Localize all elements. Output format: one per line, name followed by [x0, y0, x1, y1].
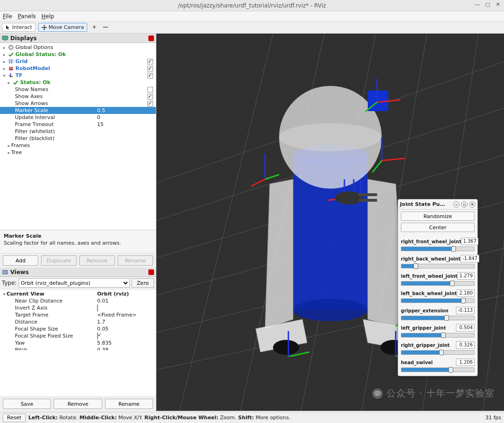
- svg-point-27: [279, 123, 382, 151]
- tree-item-global-status[interactable]: ▸Global Status: Ok: [0, 51, 156, 58]
- tree-item-frames[interactable]: ▸Frames: [0, 142, 156, 149]
- zero-button[interactable]: Zero: [132, 278, 154, 288]
- joint-right_gripper_joint: right_gripper_joint0.326: [401, 341, 475, 355]
- current-view-row[interactable]: ▾Current ViewOrbit (rviz): [0, 290, 156, 297]
- move-camera-button[interactable]: Move Camera: [38, 23, 87, 32]
- interact-button[interactable]: Interact: [2, 23, 35, 32]
- joint-slider[interactable]: [401, 298, 475, 303]
- show-names-checkbox[interactable]: [147, 87, 153, 92]
- menu-panels[interactable]: Panels: [18, 13, 36, 20]
- tree-item-robotmodel[interactable]: ▸RobotModel: [0, 65, 156, 72]
- jsp-maximize-button[interactable]: ▫: [461, 201, 468, 208]
- joint-value-input[interactable]: 0.326: [456, 341, 475, 349]
- remove-display-button: Remove: [79, 255, 115, 266]
- view-type-select[interactable]: Orbit (rviz_default_plugins): [19, 278, 130, 288]
- rename-display-button: Rename: [118, 255, 153, 266]
- show-arrows-checkbox[interactable]: [147, 101, 153, 106]
- menu-help[interactable]: Help: [42, 13, 54, 20]
- tree-item-frame-timeout[interactable]: Frame Timeout15: [0, 121, 156, 128]
- jsp-close-button[interactable]: ✕: [469, 201, 476, 208]
- joint-value-input[interactable]: 1.206: [456, 359, 475, 366]
- rename-view-button[interactable]: Rename: [105, 399, 153, 409]
- jsp-titlebar[interactable]: Joint State Pu… – ▫ ✕: [398, 199, 477, 210]
- view-yaw[interactable]: Yaw5.835: [0, 339, 156, 346]
- svg-rect-59: [358, 193, 377, 196]
- tree-item-update-interval[interactable]: Update Interval0: [0, 114, 156, 121]
- joint-value-input[interactable]: 0.504: [456, 324, 475, 331]
- cursor-icon: [5, 25, 11, 30]
- svg-point-3: [10, 47, 12, 49]
- tree-item-tf[interactable]: ▾TF: [0, 72, 156, 79]
- joint-value-input[interactable]: -1.847: [461, 255, 479, 262]
- svg-rect-0: [2, 36, 8, 40]
- joint-slider[interactable]: [401, 350, 475, 355]
- svg-point-6: [11, 68, 12, 69]
- svg-line-37: [265, 175, 279, 179]
- jsp-minimize-button[interactable]: –: [453, 201, 460, 208]
- tree-item-tf-status[interactable]: ▸Status: Ok: [0, 79, 156, 86]
- remove-view-button[interactable]: Remove: [54, 399, 102, 409]
- tree-item-marker-scale[interactable]: Marker Scale0.5: [0, 107, 156, 114]
- joint-value-input[interactable]: 1.279: [457, 272, 475, 280]
- type-label: Type:: [2, 280, 17, 286]
- tree-item-show-axes[interactable]: Show Axes: [0, 93, 156, 100]
- save-view-button[interactable]: Save: [3, 399, 51, 409]
- robotmodel-checkbox[interactable]: [147, 66, 153, 71]
- joint-state-publisher-window[interactable]: Joint State Pu… – ▫ ✕ Randomize Center r…: [398, 199, 478, 376]
- joint-label: head_swivel: [401, 360, 433, 365]
- joint-slider[interactable]: [401, 316, 475, 320]
- main-toolbar: Interact Move Camera + —: [0, 21, 504, 34]
- toolbar-remove-button[interactable]: —: [101, 23, 110, 32]
- joint-slider[interactable]: [401, 367, 475, 372]
- invert-z-checkbox[interactable]: [97, 304, 98, 311]
- toolbar-add-button[interactable]: +: [90, 23, 98, 32]
- joint-left_gripper_joint: left_gripper_joint0.504: [401, 324, 475, 338]
- minimize-button[interactable]: —: [474, 1, 481, 8]
- svg-rect-10: [3, 270, 7, 274]
- displays-panel-header[interactable]: Displays: [0, 34, 156, 43]
- joint-slider[interactable]: [401, 333, 475, 338]
- view-distance[interactable]: Distance1.7: [0, 318, 156, 325]
- show-axes-checkbox[interactable]: [147, 94, 153, 99]
- 3d-viewport[interactable]: 💬 公众号 · 十年一梦实验室 Joint State Pu… – ▫ ✕ Ra…: [156, 34, 504, 411]
- joint-value-input[interactable]: 2.180: [457, 289, 475, 297]
- tree-item-tree[interactable]: ▸Tree: [0, 149, 156, 156]
- views-panel-header[interactable]: Views: [0, 268, 156, 277]
- joint-slider[interactable]: [401, 281, 475, 286]
- tf-checkbox[interactable]: [147, 73, 153, 78]
- joint-value-input[interactable]: 1.367: [461, 238, 478, 245]
- displays-button-row: Add Duplicate Remove Rename: [0, 253, 156, 268]
- tree-item-filter-whitelist[interactable]: Filter (whitelist): [0, 128, 156, 135]
- randomize-button[interactable]: Randomize: [401, 212, 475, 221]
- move-camera-icon: [42, 25, 47, 30]
- joint-slider[interactable]: [401, 247, 475, 251]
- reset-button[interactable]: Reset: [3, 414, 26, 422]
- view-focal-shape-fixed[interactable]: Focal Shape Fixed Size: [0, 332, 156, 339]
- displays-tree: ▸Global Options ▸Global Status: Ok ▸Grid…: [0, 43, 156, 230]
- joint-head_swivel: head_swivel1.206: [401, 359, 475, 372]
- maximize-button[interactable]: ▢: [484, 1, 491, 8]
- grid-icon: [8, 58, 14, 64]
- view-focal-shape-size[interactable]: Focal Shape Size0.05: [0, 325, 156, 332]
- tree-item-show-arrows[interactable]: Show Arrows: [0, 100, 156, 107]
- view-near-clip[interactable]: Near Clip Distance0.01: [0, 297, 156, 304]
- svg-rect-4: [9, 67, 13, 70]
- close-button[interactable]: ✕: [495, 1, 501, 8]
- view-target-frame[interactable]: Target Frame<Fixed Frame>: [0, 311, 156, 318]
- menu-file[interactable]: File: [3, 13, 12, 20]
- joint-left_back_wheel_joint: left_back_wheel_joint2.180: [401, 289, 475, 303]
- tree-item-show-names[interactable]: Show Names: [0, 86, 156, 93]
- view-invert-z[interactable]: Invert Z Axis: [0, 304, 156, 311]
- views-close-icon[interactable]: [148, 269, 154, 275]
- tree-item-grid[interactable]: ▸Grid: [0, 58, 156, 65]
- grid-checkbox[interactable]: [147, 59, 153, 64]
- center-button[interactable]: Center: [401, 223, 475, 232]
- views-button-row: Save Remove Rename: [0, 396, 156, 411]
- displays-close-icon[interactable]: [148, 35, 154, 41]
- add-button[interactable]: Add: [3, 255, 38, 266]
- focal-fixed-checkbox[interactable]: [97, 332, 98, 339]
- joint-slider[interactable]: [401, 264, 475, 268]
- joint-value-input[interactable]: -0.113: [456, 307, 475, 314]
- tree-item-global-options[interactable]: ▸Global Options: [0, 44, 156, 51]
- tree-item-filter-blacklist[interactable]: Filter (blacklist): [0, 135, 156, 142]
